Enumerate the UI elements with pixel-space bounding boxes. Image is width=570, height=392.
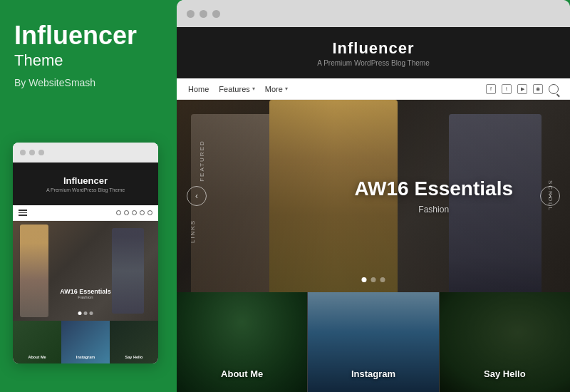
featured-label: Featured [199, 140, 205, 182]
mini-slide-dot [90, 311, 93, 315]
site-header: Influencer A Premium WordPress Blog Them… [177, 27, 570, 78]
mini-nav-line [19, 212, 27, 214]
mini-brand-sub: A Premium WordPress Blog Theme [46, 187, 125, 192]
mini-dot-1 [20, 150, 26, 155]
hero-title: AW16 Essentials [354, 177, 513, 200]
mini-slide-dot [84, 311, 88, 315]
scroll-label: Scroll [546, 180, 553, 212]
mini-slide-dot [78, 311, 82, 315]
mini-social-icon [124, 210, 129, 215]
youtube-icon[interactable]: ▶ [517, 84, 527, 94]
mini-thumb-1: About Me [13, 321, 61, 363]
mini-hero-figure-left [20, 225, 48, 317]
site-hero: Featured AW16 Essentials Fashion ‹ › Lin… [177, 100, 570, 292]
mini-nav [13, 205, 158, 221]
mini-hero-title: AW16 Essentials [60, 288, 111, 295]
mini-social-icons [116, 210, 152, 215]
left-panel: Influencer Theme By WebsiteSmash Influen… [0, 0, 171, 392]
mini-thumb-2: Instagram [61, 321, 110, 363]
hero-text-block: AW16 Essentials Fashion [354, 177, 513, 215]
chevron-down-icon: ▾ [285, 86, 288, 92]
mini-slide-dots [78, 311, 93, 315]
mini-search-icon [147, 210, 152, 215]
browser-dot-2 [200, 10, 207, 18]
site-brand-sub: A Premium WordPress Blog Theme [317, 59, 429, 67]
mini-hamburger-icon [19, 210, 27, 216]
site-nav-left: Home Features ▾ More ▾ [188, 85, 288, 93]
hero-dot-1[interactable] [362, 277, 367, 282]
mini-thumb-label: Say Hello [125, 355, 143, 359]
nav-item-more[interactable]: More ▾ [265, 85, 288, 93]
thumbnail-about-label: About Me [221, 368, 263, 379]
mini-browser-bar [13, 143, 158, 163]
mini-hero-figure-right [112, 228, 144, 314]
hero-slide-indicators [362, 277, 385, 282]
hero-dot-3[interactable] [380, 277, 385, 282]
mini-nav-line [19, 215, 27, 216]
mini-social-icon [132, 210, 137, 215]
chevron-down-icon: ▾ [252, 86, 255, 92]
browser-content: Influencer A Premium WordPress Blog Them… [177, 27, 570, 392]
main-panel: Influencer A Premium WordPress Blog Them… [177, 0, 570, 392]
thumbnail-instagram[interactable]: Instagram [308, 292, 438, 392]
thumbnail-about[interactable]: About Me [177, 292, 307, 392]
mini-site-header: Influencer A Premium WordPress Blog Them… [13, 163, 158, 205]
mini-dot-2 [29, 150, 35, 155]
nav-label-more: More [265, 85, 283, 93]
hero-category: Fashion [354, 205, 513, 215]
theme-subtitle: Theme [14, 51, 157, 70]
links-label: Links [190, 220, 196, 243]
hero-dot-2[interactable] [371, 277, 376, 282]
nav-label-home: Home [188, 85, 209, 93]
mini-hero: AW16 Essentials Fashion [13, 221, 158, 321]
browser-dot-3 [212, 10, 220, 18]
nav-item-features[interactable]: Features ▾ [219, 85, 254, 93]
mini-dot-3 [38, 150, 44, 155]
thumbnail-say-hello-label: Say Hello [484, 368, 526, 379]
mini-thumbnails: About Me Instagram Say Hello [13, 321, 158, 363]
hero-prev-button[interactable]: ‹ [187, 186, 207, 206]
theme-title: Influencer [14, 21, 157, 50]
thumbnail-say-hello[interactable]: Say Hello [440, 292, 570, 392]
mini-thumb-label: About Me [28, 355, 46, 359]
thumbnail-instagram-label: Instagram [351, 368, 395, 379]
site-nav-right: f t ▶ ◉ [486, 84, 559, 94]
site-nav: Home Features ▾ More ▾ f t ▶ ◉ [177, 78, 570, 100]
facebook-icon[interactable]: f [486, 84, 496, 94]
search-icon[interactable] [549, 84, 559, 94]
author-line: By WebsiteSmash [14, 77, 157, 88]
mini-social-icon [116, 210, 121, 215]
mini-browser-preview: Influencer A Premium WordPress Blog Them… [13, 143, 158, 363]
mini-nav-line [19, 210, 27, 211]
browser-dot-1 [187, 10, 195, 18]
mini-thumb-label: Instagram [76, 355, 95, 359]
nav-label-features: Features [219, 85, 249, 93]
site-brand: Influencer [332, 39, 414, 58]
mini-thumb-3: Say Hello [110, 321, 158, 363]
mini-social-icon [140, 210, 145, 215]
mini-hero-sub: Fashion [60, 295, 111, 299]
mini-brand: Influencer [63, 175, 108, 186]
instagram-icon[interactable]: ◉ [533, 84, 543, 94]
site-thumbnails: About Me Instagram Say Hello [177, 292, 570, 392]
twitter-icon[interactable]: t [502, 84, 512, 94]
nav-item-home[interactable]: Home [188, 85, 209, 93]
mini-hero-text: AW16 Essentials Fashion [60, 288, 111, 299]
browser-chrome-bar [177, 0, 570, 27]
